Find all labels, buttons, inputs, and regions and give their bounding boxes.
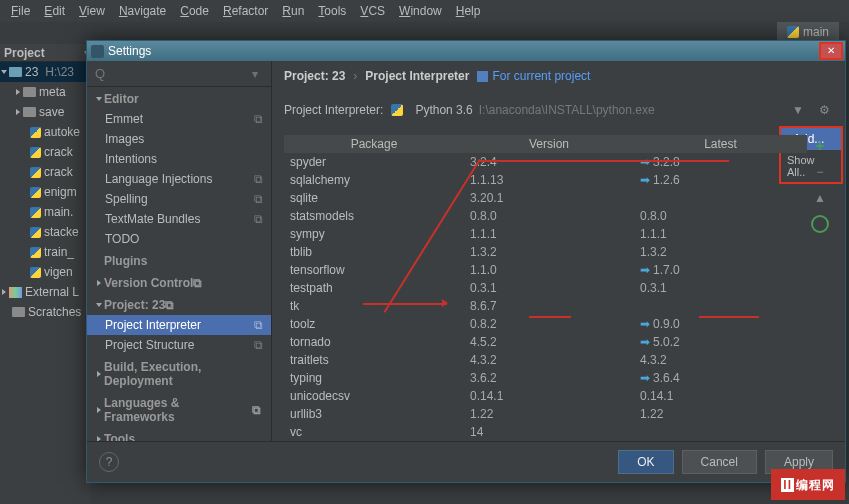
cell-latest (634, 423, 807, 441)
menu-tools[interactable]: Tools (311, 4, 353, 18)
sidebar-section[interactable]: Build, Execution, Deployment (87, 355, 271, 391)
ok-button[interactable]: OK (618, 450, 673, 474)
copy-icon (477, 71, 488, 82)
tree-item[interactable]: main. (0, 202, 90, 222)
folder-icon (23, 87, 36, 97)
table-row[interactable]: typing3.6.2➡3.6.4 (284, 369, 807, 387)
cell-version: 0.8.0 (464, 207, 634, 225)
sidebar-item-images[interactable]: Images (87, 129, 271, 149)
table-row[interactable]: testpath0.3.10.3.1 (284, 279, 807, 297)
cell-version: 1.22 (464, 405, 634, 423)
copy-icon: ⧉ (165, 298, 174, 312)
table-row[interactable]: traitlets4.3.24.3.2 (284, 351, 807, 369)
packages-table[interactable]: Package Version Latest spyder3.2.4➡3.2.8… (284, 135, 807, 441)
cancel-button[interactable]: Cancel (682, 450, 757, 474)
for-current-project-link[interactable]: For current project (477, 69, 590, 83)
interpreter-name: Python 3.6 (415, 103, 472, 117)
cell-version: 0.14.1 (464, 387, 634, 405)
table-row[interactable]: statsmodels0.8.00.8.0 (284, 207, 807, 225)
table-row[interactable]: unicodecsv0.14.10.14.1 (284, 387, 807, 405)
settings-main: Project: 23 › Project Interpreter For cu… (272, 61, 845, 441)
menu-edit[interactable]: Edit (37, 4, 72, 18)
sidebar-item-language-injections[interactable]: Language Injections⧉ (87, 169, 271, 189)
sidebar-item-intentions[interactable]: Intentions (87, 149, 271, 169)
python-file-icon (30, 227, 41, 238)
tree-scratches[interactable]: Scratches (0, 302, 90, 322)
sidebar-section[interactable]: Plugins (87, 249, 271, 271)
gear-icon[interactable]: ⚙ (815, 101, 833, 119)
sidebar-section[interactable]: Project: 23⧉ (87, 293, 271, 315)
sidebar-item-project-structure[interactable]: Project Structure⧉ (87, 335, 271, 355)
editor-tab[interactable]: main (777, 22, 839, 42)
tree-root[interactable]: 23 H:\23 (0, 62, 90, 82)
add-package-button[interactable]: + (811, 137, 829, 155)
cell-name: sqlite (284, 189, 464, 207)
menubar[interactable]: FileEditViewNavigateCodeRefactorRunTools… (0, 0, 849, 22)
settings-search[interactable]: ▾ (87, 61, 271, 87)
sidebar-section[interactable]: Editor (87, 87, 271, 109)
menu-file[interactable]: File (4, 4, 37, 18)
sidebar-section[interactable]: Version Control⧉ (87, 271, 271, 293)
interpreter-dropdown[interactable]: Python 3.6 I:\anaconda\INSTALL\python.ex… (411, 101, 781, 119)
tree-item[interactable]: train_ (0, 242, 90, 262)
table-row[interactable]: urllib31.221.22 (284, 405, 807, 423)
cell-name: typing (284, 369, 464, 387)
tree-item[interactable]: enigm (0, 182, 90, 202)
sidebar-item-textmate-bundles[interactable]: TextMate Bundles⧉ (87, 209, 271, 229)
table-row[interactable]: spyder3.2.4➡3.2.8 (284, 153, 807, 171)
chevron-down-icon[interactable]: ▾ (252, 67, 258, 81)
menu-navigate[interactable]: Navigate (112, 4, 173, 18)
menu-run[interactable]: Run (275, 4, 311, 18)
tree-external[interactable]: External L (0, 282, 90, 302)
table-row[interactable]: tensorflow1.1.0➡1.7.0 (284, 261, 807, 279)
cell-latest: 1.1.1 (634, 225, 807, 243)
table-row[interactable]: sqlalchemy1.1.13➡1.2.6 (284, 171, 807, 189)
python-file-icon (30, 247, 41, 258)
copy-icon: ⧉ (254, 212, 263, 226)
table-row[interactable]: tornado4.5.2➡5.0.2 (284, 333, 807, 351)
tree-item[interactable]: save (0, 102, 90, 122)
table-row[interactable]: sympy1.1.11.1.1 (284, 225, 807, 243)
sidebar-item-label: Project Structure (105, 338, 194, 352)
help-button[interactable]: ? (99, 452, 119, 472)
tree-item[interactable]: autoke (0, 122, 90, 142)
table-row[interactable]: vc14 (284, 423, 807, 441)
cell-version: 3.2.4 (464, 153, 634, 171)
table-row[interactable]: tblib1.3.21.3.2 (284, 243, 807, 261)
tree-item[interactable]: crack (0, 162, 90, 182)
sidebar-item-project-interpreter[interactable]: Project Interpreter⧉ (87, 315, 271, 335)
tree-path: H:\23 (45, 65, 74, 79)
menu-help[interactable]: Help (449, 4, 488, 18)
project-tree[interactable]: 23 H:\23 metasaveautokecrackcrackenigmma… (0, 62, 90, 504)
cell-name: testpath (284, 279, 464, 297)
sidebar-item-emmet[interactable]: Emmet⧉ (87, 109, 271, 129)
package-actions: + − ▲ (807, 135, 833, 441)
menu-refactor[interactable]: Refactor (216, 4, 275, 18)
sidebar-section[interactable]: Languages & Frameworks⧉ (87, 391, 271, 427)
menu-code[interactable]: Code (173, 4, 216, 18)
refresh-button[interactable] (811, 215, 829, 233)
sidebar-item-todo[interactable]: TODO (87, 229, 271, 249)
chevron-down-icon[interactable]: ▼ (789, 101, 807, 119)
upgrade-package-button[interactable]: ▲ (811, 189, 829, 207)
tree-item[interactable]: vigen (0, 262, 90, 282)
tree-item[interactable]: crack (0, 142, 90, 162)
menu-window[interactable]: Window (392, 4, 449, 18)
project-tool-header[interactable]: Project ▾ (0, 44, 90, 62)
menu-vcs[interactable]: VCS (353, 4, 392, 18)
sidebar-item-spelling[interactable]: Spelling⧉ (87, 189, 271, 209)
tree-item[interactable]: stacke (0, 222, 90, 242)
tree-item[interactable]: meta (0, 82, 90, 102)
table-row[interactable]: tk8.6.7 (284, 297, 807, 315)
sidebar-item-label: Intentions (105, 152, 157, 166)
sidebar-section[interactable]: Tools (87, 427, 271, 441)
menu-view[interactable]: View (72, 4, 112, 18)
close-icon[interactable]: ✕ (821, 44, 841, 58)
sidebar-item-label: Project Interpreter (105, 318, 201, 332)
table-row[interactable]: sqlite3.20.1 (284, 189, 807, 207)
upgrade-icon: ➡ (640, 263, 650, 277)
crumb-page: Project Interpreter (365, 69, 469, 83)
dialog-titlebar[interactable]: Settings ✕ (87, 41, 845, 61)
remove-package-button[interactable]: − (811, 163, 829, 181)
search-input[interactable] (95, 66, 263, 81)
